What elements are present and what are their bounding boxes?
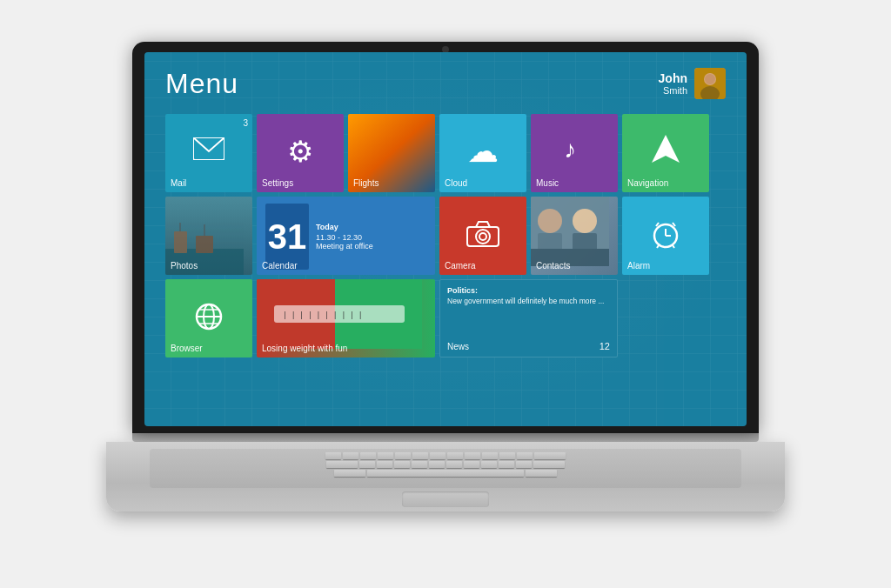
svg-marker-15 <box>476 222 490 227</box>
svg-rect-20 <box>573 233 597 251</box>
key <box>464 461 479 468</box>
navigation-icon <box>650 133 681 168</box>
svg-point-3 <box>705 74 715 84</box>
key <box>394 461 410 468</box>
svg-line-27 <box>657 245 659 248</box>
svg-rect-18 <box>538 233 562 251</box>
key <box>533 461 565 468</box>
calendar-date: 31 <box>268 219 307 254</box>
key <box>359 461 375 468</box>
tile-settings[interactable]: ⚙ Settings <box>257 114 344 192</box>
tile-cloud[interactable]: ☁ Cloud <box>439 114 526 192</box>
calendar-meeting: Meeting at office <box>316 242 426 251</box>
browser-label: Browser <box>171 344 203 353</box>
news-label: News <box>447 342 469 351</box>
tile-contacts[interactable]: Contacts <box>531 197 618 275</box>
svg-line-26 <box>673 223 675 226</box>
calendar-today: Today <box>316 223 426 231</box>
calendar-label: Calendar <box>262 261 298 271</box>
key <box>447 452 463 459</box>
key <box>429 461 445 468</box>
key <box>516 461 532 468</box>
svg-point-17 <box>538 209 562 233</box>
user-text: John Smith <box>659 71 687 96</box>
tile-browser[interactable]: Browser <box>165 279 252 357</box>
key <box>446 461 462 468</box>
settings-icon: ⚙ <box>287 134 313 169</box>
svg-marker-6 <box>652 135 680 163</box>
key <box>412 461 427 468</box>
tile-camera[interactable]: Camera <box>439 197 526 275</box>
key <box>526 470 557 477</box>
keyboard-row-2 <box>155 461 736 468</box>
flights-label: Flights <box>353 178 379 188</box>
svg-rect-9 <box>196 236 213 253</box>
key <box>334 470 365 477</box>
key <box>482 452 498 459</box>
svg-point-19 <box>573 209 597 233</box>
svg-point-13 <box>476 230 490 244</box>
losing-label: Losing weight with fun <box>262 344 347 353</box>
news-footer: News 12 <box>447 341 610 351</box>
alarm-label: Alarm <box>627 261 650 271</box>
camera-icon <box>466 220 500 251</box>
keyboard-row-1 <box>155 452 736 459</box>
music-icon: ♪ <box>560 135 588 169</box>
key <box>499 452 515 459</box>
key <box>377 461 392 468</box>
news-text: Politics:New government will definitely … <box>447 285 610 306</box>
mail-label: Mail <box>171 178 186 188</box>
laptop-base <box>106 442 785 511</box>
svg-point-14 <box>479 233 486 240</box>
avatar <box>694 68 726 99</box>
music-label: Music <box>536 178 559 188</box>
svg-line-25 <box>656 223 659 226</box>
tiles-grid: Mail 3 ⚙ Settings Flights ☁ <box>165 114 726 357</box>
mail-icon <box>193 137 224 166</box>
key <box>534 452 566 459</box>
key <box>395 452 411 459</box>
news-count: 12 <box>600 341 610 351</box>
key-space <box>367 470 524 477</box>
keyboard <box>150 449 741 488</box>
tile-mail[interactable]: Mail 3 <box>165 114 252 192</box>
key <box>465 452 480 459</box>
key <box>412 452 428 459</box>
svg-text:♪: ♪ <box>564 136 576 163</box>
tile-flights[interactable]: Flights <box>348 114 435 192</box>
screen-header: Menu John Smith <box>165 68 726 100</box>
touchpad[interactable] <box>402 491 489 507</box>
key <box>499 461 514 468</box>
tile-calendar[interactable]: 31 Today 11.30 - 12.30 Meeting at office… <box>257 197 435 275</box>
key <box>430 452 446 459</box>
navigation-label: Navigation <box>627 178 668 188</box>
key <box>326 461 358 468</box>
tile-music[interactable]: ♪ Music <box>531 114 618 192</box>
tile-photos[interactable]: Photos <box>165 197 252 275</box>
screen-content: Menu John Smith <box>144 52 747 426</box>
user-info: John Smith <box>659 68 726 99</box>
key <box>343 452 358 459</box>
browser-icon <box>193 301 224 336</box>
tile-news[interactable]: Politics:New government will definitely … <box>439 279 618 357</box>
laptop-screen-outer: Menu John Smith <box>132 42 759 433</box>
camera-label: Camera <box>445 261 476 271</box>
key <box>517 452 533 459</box>
tile-losing[interactable]: | | | | | | | | | | Losing weight with f… <box>257 279 435 357</box>
user-last-name: Smith <box>659 85 687 96</box>
settings-label: Settings <box>262 178 293 188</box>
cloud-label: Cloud <box>445 178 467 188</box>
cloud-icon: ☁ <box>467 136 499 167</box>
laptop: Menu John Smith <box>106 42 785 546</box>
laptop-hinge <box>132 433 759 442</box>
calendar-time: 11.30 - 12.30 <box>316 233 426 242</box>
keyboard-row-3 <box>155 470 736 477</box>
key <box>378 452 393 459</box>
menu-title: Menu <box>165 68 238 100</box>
tile-alarm[interactable]: Alarm <box>622 197 709 275</box>
tile-navigation[interactable]: Navigation <box>622 114 709 192</box>
key <box>481 461 497 468</box>
screen: Menu John Smith <box>144 52 747 426</box>
key <box>325 452 341 459</box>
photos-label: Photos <box>171 261 198 271</box>
